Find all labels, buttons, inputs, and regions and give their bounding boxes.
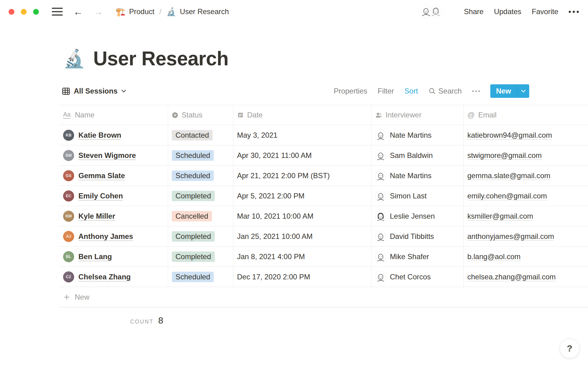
page-emoji-icon: 🔬	[166, 7, 176, 17]
interviewer-cell[interactable]: Leslie Jensen	[371, 206, 464, 226]
column-header-name[interactable]: AaName	[59, 105, 168, 125]
maximize-window-button[interactable]	[33, 9, 39, 15]
interviewer-cell[interactable]: Nate Martins	[371, 166, 464, 186]
status-cell[interactable]: Scheduled	[168, 166, 233, 186]
email-cell[interactable]: gemma.slate@gmail.com	[464, 166, 588, 186]
count-label[interactable]: COUNT	[130, 319, 154, 325]
name-cell[interactable]: SW Steven Wigmore	[59, 145, 168, 165]
email-link[interactable]: katiebrown94@gmail.com	[467, 131, 552, 140]
status-cell[interactable]: Completed	[168, 186, 233, 206]
date-cell[interactable]: Apr 21, 2021 2:00 PM (BST)	[233, 166, 371, 186]
session-date: Apr 30, 2021 11:00 AM	[237, 151, 312, 160]
updates-button[interactable]: Updates	[494, 7, 521, 16]
interviewer-cell[interactable]: Sam Baldwin	[371, 145, 464, 165]
page-title[interactable]: User Research	[93, 47, 228, 70]
participant-avatar: GS	[63, 170, 74, 181]
interviewer-cell[interactable]: David Tibbitts	[371, 226, 464, 246]
forward-button[interactable]: →	[93, 7, 103, 17]
interviewer-name: David Tibbitts	[390, 232, 434, 241]
add-row-button[interactable]: New	[59, 287, 588, 307]
date-cell[interactable]: Mar 10, 2021 10:00 AM	[233, 206, 371, 226]
email-link[interactable]: stwigmore@gmail.com	[467, 151, 542, 160]
name-cell[interactable]: GS Gemma Slate	[59, 166, 168, 186]
minimize-window-button[interactable]	[21, 9, 27, 15]
help-button[interactable]: ?	[560, 339, 579, 358]
name-cell[interactable]: EC Emily Cohen	[59, 186, 168, 206]
back-button[interactable]: ←	[73, 7, 83, 17]
search-button[interactable]: Search	[428, 87, 462, 95]
date-cell[interactable]: Jan 25, 2021 10:00 AM	[233, 226, 371, 246]
status-cell[interactable]: Completed	[168, 247, 233, 266]
email-cell[interactable]: anthonyjames@gmail.com	[464, 226, 588, 246]
participant-name-link[interactable]: Katie Brown	[78, 131, 121, 140]
participant-name-link[interactable]: Ben Lang	[78, 252, 112, 261]
status-cell[interactable]: Contacted	[168, 125, 233, 145]
participant-name-link[interactable]: Kyle Miller	[78, 212, 115, 220]
interviewer-cell[interactable]: Mike Shafer	[371, 247, 464, 266]
properties-button[interactable]: Properties	[334, 87, 367, 95]
new-button-label[interactable]: New	[490, 84, 517, 98]
interviewer-cell[interactable]: Nate Martins	[371, 125, 464, 145]
date-cell[interactable]: Jan 8, 2021 4:00 PM	[233, 247, 371, 266]
email-cell[interactable]: chelsea.zhang@gmail.com	[464, 267, 588, 287]
participant-name-link[interactable]: Chelsea Zhang	[78, 273, 131, 281]
email-link[interactable]: emily.cohen@gmail.com	[467, 192, 547, 200]
participant-name-link[interactable]: Emily Cohen	[78, 192, 123, 200]
name-cell[interactable]: KB Katie Brown	[59, 125, 168, 145]
status-cell[interactable]: Cancelled	[168, 206, 233, 226]
status-cell[interactable]: Scheduled	[168, 267, 233, 287]
name-cell[interactable]: BL Ben Lang	[59, 247, 168, 266]
date-cell[interactable]: Dec 17, 2020 2:00 PM	[233, 267, 371, 287]
email-link[interactable]: b.lang@aol.com	[467, 252, 521, 261]
session-date: Jan 25, 2021 10:00 AM	[237, 232, 313, 241]
more-options-icon[interactable]	[569, 11, 579, 13]
column-header-date[interactable]: Date	[233, 105, 371, 125]
interviewer-cell[interactable]: Simon Last	[371, 186, 464, 206]
name-cell[interactable]: CZ Chelsea Zhang	[59, 267, 168, 287]
email-link[interactable]: chelsea.zhang@gmail.com	[467, 273, 556, 281]
column-header-interviewer[interactable]: Interviewer	[371, 105, 464, 125]
sidebar-menu-icon[interactable]	[52, 8, 63, 16]
breadcrumb-item-user-research[interactable]: User Research	[180, 7, 229, 16]
email-cell[interactable]: emily.cohen@gmail.com	[464, 186, 588, 206]
column-header-label: Email	[478, 111, 496, 119]
date-cell[interactable]: May 3, 2021	[233, 125, 371, 145]
view-switcher[interactable]: All Sessions	[62, 87, 126, 95]
email-cell[interactable]: b.lang@aol.com	[464, 247, 588, 266]
participant-name-link[interactable]: Steven Wigmore	[78, 151, 136, 160]
email-cell[interactable]: ksmiller@gmail.com	[464, 206, 588, 226]
email-link[interactable]: gemma.slate@gmail.com	[467, 171, 550, 180]
view-options-icon[interactable]	[472, 90, 480, 92]
table-row: CZ Chelsea Zhang Scheduled Dec 17, 2020 …	[59, 267, 588, 287]
date-cell[interactable]: Apr 5, 2021 2:00 PM	[233, 186, 371, 206]
status-cell[interactable]: Scheduled	[168, 145, 233, 165]
column-header-email[interactable]: @Email	[464, 105, 588, 125]
filter-button[interactable]: Filter	[378, 87, 394, 95]
favorite-button[interactable]: Favorite	[532, 7, 558, 16]
email-cell[interactable]: katiebrown94@gmail.com	[464, 125, 588, 145]
table-row: EC Emily Cohen Completed Apr 5, 2021 2:0…	[59, 186, 588, 206]
page-icon[interactable]: 🔬	[63, 50, 85, 67]
date-cell[interactable]: Apr 30, 2021 11:00 AM	[233, 145, 371, 165]
session-date: Mar 10, 2021 10:00 AM	[237, 212, 314, 220]
table-view-icon	[62, 87, 70, 95]
share-button[interactable]: Share	[464, 7, 484, 16]
new-record-button[interactable]: New	[490, 84, 529, 98]
name-cell[interactable]: AJ Anthony James	[59, 226, 168, 246]
email-link[interactable]: anthonyjames@gmail.com	[467, 232, 554, 241]
participant-avatar: SW	[63, 150, 74, 161]
column-header-status[interactable]: Status	[168, 105, 233, 125]
status-cell[interactable]: Completed	[168, 226, 233, 246]
participant-name-link[interactable]: Gemma Slate	[78, 171, 125, 180]
new-button-dropdown[interactable]	[517, 84, 529, 98]
calendar-icon	[237, 112, 244, 118]
email-cell[interactable]: stwigmore@gmail.com	[464, 145, 588, 165]
participant-name-link[interactable]: Anthony James	[78, 232, 133, 241]
collaborator-avatar[interactable]	[430, 5, 443, 18]
email-link[interactable]: ksmiller@gmail.com	[467, 212, 533, 220]
close-window-button[interactable]	[9, 9, 14, 15]
interviewer-cell[interactable]: Chet Corcos	[371, 267, 464, 287]
breadcrumb-item-product[interactable]: Product	[129, 7, 154, 16]
sort-button[interactable]: Sort	[405, 87, 418, 95]
name-cell[interactable]: KM Kyle Miller	[59, 206, 168, 226]
